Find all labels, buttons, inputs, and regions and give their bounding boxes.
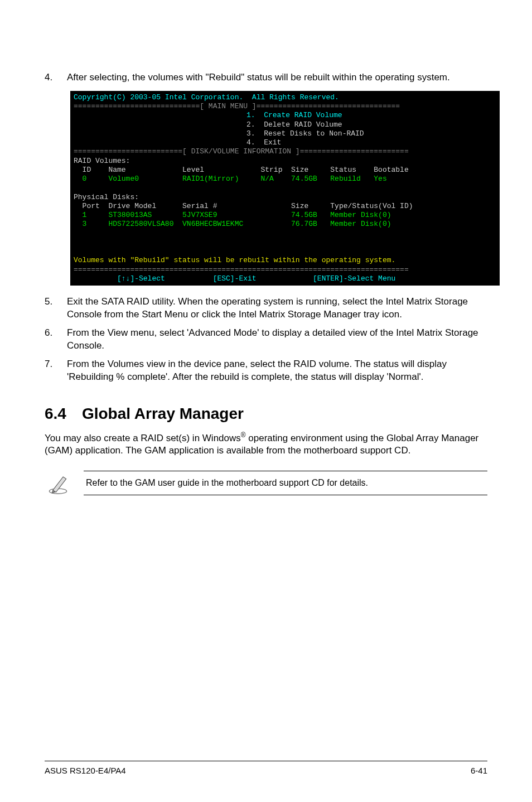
term-copyright: Copyright(C) 2003-05 Intel Corporation. …: [74, 93, 496, 102]
term-raid-cols: ID Name Level Strip Size Status Bootable: [74, 166, 496, 175]
section-heading: 6.4 Global Array Manager: [45, 405, 487, 423]
term-main-menu-divider: =============================[ MAIN MENU…: [74, 102, 496, 111]
registered-mark: ®: [241, 431, 246, 439]
term-raid-header: RAID Volumes:: [74, 157, 496, 166]
term-info-divider: =========================[ DISK/VOLUME I…: [74, 147, 496, 156]
step-4: 4. After selecting, the volumes with "Re…: [45, 71, 487, 84]
term-menu-2: 2. Delete RAID Volume: [74, 120, 496, 129]
footer-model: ASUS RS120-E4/PA4: [45, 766, 126, 775]
step-7-text: From the Volumes view in the device pane…: [67, 358, 487, 384]
step-5-text: Exit the SATA RAID utility. When the ope…: [67, 296, 487, 321]
step-7-num: 7.: [45, 358, 67, 384]
term-phys-row-1: 1 ST380013AS 5JV7XSE9 74.5GB Member Disk…: [74, 211, 496, 220]
step-5-num: 5.: [45, 296, 67, 321]
term-menu-4: 4. Exit: [74, 138, 496, 147]
bios-screenshot: Copyright(C) 2003-05 Intel Corporation. …: [70, 91, 500, 286]
step-6: 6. From the View menu, select 'Advanced …: [45, 327, 487, 352]
term-phys-header: Physical Disks:: [74, 193, 496, 202]
term-help-line: [↑↓]-Select [ESC]-Exit [ENTER]-Select Me…: [74, 274, 496, 283]
step-7: 7. From the Volumes view in the device p…: [45, 358, 487, 384]
heading-title: Global Array Manager: [82, 405, 244, 423]
term-menu-3: 3. Reset Disks to Non-RAID: [74, 129, 496, 138]
step-6-text: From the View menu, select 'Advanced Mod…: [67, 327, 487, 352]
step-4-text: After selecting, the volumes with "Rebui…: [67, 71, 487, 84]
note-block: Refer to the GAM user guide in the mothe…: [45, 470, 487, 496]
note-text: Refer to the GAM user guide in the mothe…: [84, 471, 487, 495]
heading-number: 6.4: [45, 405, 66, 423]
term-menu-1: 1. Create RAID Volume: [74, 111, 496, 120]
term-status-message: Volumes with "Rebuild" status will be re…: [74, 256, 496, 265]
section-intro: You may also create a RAID set(s) in Win…: [45, 431, 487, 458]
term-raid-row: 0 Volume0 RAID1(Mirror) N/A 74.5GB Rebui…: [74, 175, 496, 183]
footer-page: 6-41: [471, 766, 487, 775]
term-phys-row-2: 3 HDS722580VLSA80 VN6BHECBW1EKMC 76.7GB …: [74, 220, 496, 229]
step-4-num: 4.: [45, 71, 67, 84]
pencil-note-icon: [45, 470, 71, 496]
page-footer: ASUS RS120-E4/PA4 6-41: [45, 761, 487, 775]
term-phys-cols: Port Drive Model Serial # Size Type/Stat…: [74, 202, 496, 211]
step-5: 5. Exit the SATA RAID utility. When the …: [45, 296, 487, 321]
step-6-num: 6.: [45, 327, 67, 352]
